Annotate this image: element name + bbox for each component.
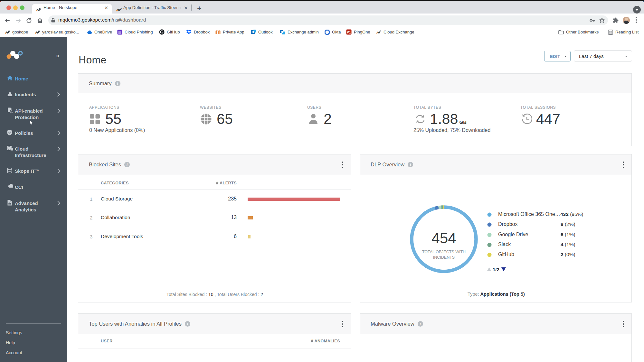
svg-text:P1: P1 <box>347 30 351 34</box>
